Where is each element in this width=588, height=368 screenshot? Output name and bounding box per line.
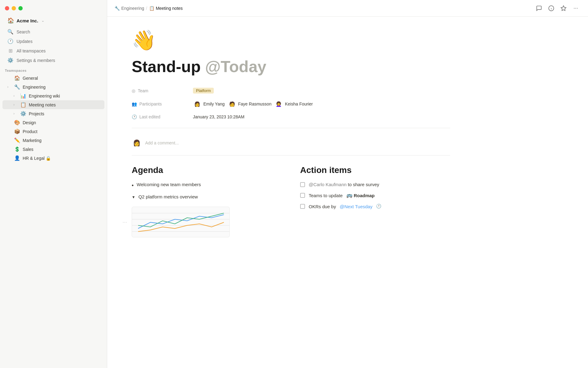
- close-button[interactable]: [5, 6, 9, 10]
- action-item-1-suffix: to share survey: [348, 182, 379, 187]
- teamspaces-icon: ⊞: [7, 48, 13, 54]
- breadcrumb-current-icon: 📋: [149, 6, 154, 11]
- sidebar-item-settings[interactable]: ⚙️ Settings & members: [2, 56, 104, 65]
- chart-svg: [132, 207, 230, 237]
- emily-name: Emily Yang: [203, 102, 225, 106]
- reminder-icon: 🕐: [376, 203, 381, 209]
- more-button[interactable]: ···: [571, 3, 581, 13]
- projects-icon: ⚙️: [20, 111, 26, 117]
- triangle-icon: ▼: [132, 194, 135, 200]
- action-checkbox-3[interactable]: [300, 204, 305, 209]
- team-tag: Platform: [193, 88, 214, 94]
- sidebar-item-design-label: Design: [23, 120, 36, 125]
- chart-container: ···: [132, 207, 282, 237]
- sidebar-item-updates[interactable]: 🕐 Updates: [2, 36, 104, 46]
- sidebar-item-engineering-wiki-label: Engineering wiki: [29, 94, 60, 98]
- page-emoji: 👋: [132, 29, 450, 52]
- property-row-team: ◎ Team Platform: [132, 85, 450, 96]
- sidebar-item-product-label: Product: [23, 129, 37, 134]
- sidebar-item-search-label: Search: [17, 29, 30, 34]
- workspace-chevron-icon: ⌄: [41, 18, 44, 23]
- roadmap-icon: 🚌: [346, 192, 352, 199]
- sidebar-item-design[interactable]: 🎨 Design: [2, 118, 104, 127]
- minimize-button[interactable]: [12, 6, 16, 10]
- action-list: @Carlo Kaufmann to share survey Teams to…: [300, 181, 450, 209]
- breadcrumb-current[interactable]: 📋 Meeting notes: [149, 6, 183, 11]
- breadcrumb-separator: /: [146, 6, 147, 11]
- agenda-column: Agenda • Welcoming new team members ▼ Q2…: [132, 165, 282, 237]
- workspace-name: Acme Inc.: [17, 18, 38, 23]
- bullet-icon: •: [132, 182, 134, 190]
- action-item-3: OKRs due by @Next Tuesday 🕐: [300, 203, 450, 210]
- updates-icon: 🕐: [7, 38, 13, 44]
- next-tuesday-link[interactable]: @Next Tuesday: [340, 203, 372, 210]
- action-items-column: Action items @Carlo Kaufmann to share su…: [300, 165, 450, 237]
- maximize-button[interactable]: [18, 6, 23, 10]
- participants-property-value[interactable]: 👩 Emily Yang 🧑 Faye Rasmusson 👩‍🦱 Keisha…: [193, 100, 313, 108]
- participant-emily: 👩 Emily Yang: [193, 100, 225, 108]
- sidebar-item-engineering-wiki[interactable]: › 📊 Engineering wiki: [2, 91, 104, 100]
- sidebar-item-meeting-notes[interactable]: › 📋 Meeting notes: [2, 100, 104, 109]
- main-content: 🔧 Engineering / 📋 Meeting notes ···: [107, 0, 588, 368]
- sidebar-item-hr-legal[interactable]: 👤 HR & Legal 🔒: [2, 154, 104, 163]
- sidebar-item-updates-label: Updates: [17, 39, 32, 44]
- info-button[interactable]: [546, 3, 556, 13]
- hr-legal-icon: 👤: [14, 155, 20, 161]
- meeting-notes-icon: 📋: [20, 102, 26, 108]
- sidebar-item-engineering-label: Engineering: [23, 85, 46, 90]
- keisha-name: Keisha Fourier: [285, 102, 313, 106]
- comment-user-avatar: 👩: [132, 138, 141, 148]
- sidebar-item-general[interactable]: 🏠 General: [2, 74, 104, 82]
- comment-input[interactable]: Add a comment...: [145, 140, 179, 145]
- action-item-2: Teams to update 🚌 Roadmap: [300, 192, 450, 199]
- engineering-wiki-chevron-icon: ›: [13, 94, 18, 98]
- sidebar-item-marketing[interactable]: ✏️ Marketing: [2, 136, 104, 145]
- product-icon: 📦: [14, 128, 20, 134]
- more-dots-icon[interactable]: ···: [123, 219, 127, 225]
- faye-name: Faye Rasmusson: [238, 102, 272, 106]
- action-item-1: @Carlo Kaufmann to share survey: [300, 181, 450, 188]
- sidebar-item-all-teamspaces[interactable]: ⊞ All teamspaces: [2, 46, 104, 56]
- property-row-last-edited: 🕐 Last edited January 23, 2023 10:28AM: [132, 112, 450, 122]
- agenda-item-2: ▼ Q2 platform metrics overview: [132, 194, 282, 201]
- breadcrumb-parent-label: Engineering: [121, 6, 144, 11]
- agenda-item-1: • Welcoming new team members: [132, 181, 282, 190]
- agenda-item-1-text: Welcoming new team members: [137, 181, 201, 188]
- breadcrumb-parent[interactable]: 🔧 Engineering: [115, 6, 144, 11]
- last-edited-icon: 🕐: [132, 114, 137, 119]
- action-item-3-text: OKRs due by: [309, 203, 336, 210]
- sidebar-item-projects[interactable]: › ⚙️ Projects: [2, 109, 104, 118]
- teamspaces-section-label: Teamspaces: [0, 65, 107, 74]
- breadcrumb-current-label: Meeting notes: [156, 6, 183, 11]
- sidebar-item-engineering[interactable]: › 🔧 Engineering: [2, 82, 104, 91]
- sidebar-item-hr-legal-label: HR & Legal 🔒: [23, 156, 51, 161]
- participant-faye: 🧑 Faye Rasmusson: [228, 100, 272, 108]
- action-checkbox-1[interactable]: [300, 182, 305, 187]
- participants-icon: 👥: [132, 102, 137, 106]
- action-checkbox-2[interactable]: [300, 193, 305, 198]
- sidebar-item-search[interactable]: 🔍 Search: [2, 27, 104, 36]
- property-row-participants: 👥 Participants 👩 Emily Yang 🧑 Faye Rasmu…: [132, 97, 450, 111]
- engineering-icon: 🔧: [14, 84, 20, 90]
- topbar: 🔧 Engineering / 📋 Meeting notes ···: [107, 0, 588, 17]
- sidebar-item-settings-label: Settings & members: [17, 58, 55, 63]
- faye-avatar: 🧑: [228, 100, 236, 108]
- comment-button[interactable]: [534, 3, 544, 13]
- page-title-gray: @Today: [205, 58, 266, 75]
- workspace-selector[interactable]: 🏠 Acme Inc. ⌄: [2, 15, 104, 26]
- agenda-item-2-text: Q2 platform metrics overview: [138, 194, 198, 201]
- chart-preview: [132, 207, 230, 237]
- agenda-title: Agenda: [132, 165, 282, 175]
- team-label-text: Team: [138, 88, 148, 93]
- star-button[interactable]: [559, 3, 568, 13]
- workspace-icon: 🏠: [7, 17, 14, 24]
- projects-chevron-icon: ›: [13, 112, 18, 115]
- sidebar-item-sales[interactable]: 💲 Sales: [2, 145, 104, 154]
- team-property-value[interactable]: Platform: [193, 88, 214, 94]
- team-property-label: ◎ Team: [132, 88, 193, 93]
- comment-bar[interactable]: 👩 Add a comment...: [132, 134, 450, 155]
- roadmap-label: Roadmap: [354, 192, 375, 199]
- sidebar-item-product[interactable]: 📦 Product: [2, 127, 104, 136]
- svg-marker-3: [561, 6, 566, 10]
- sidebar-item-sales-label: Sales: [23, 147, 33, 152]
